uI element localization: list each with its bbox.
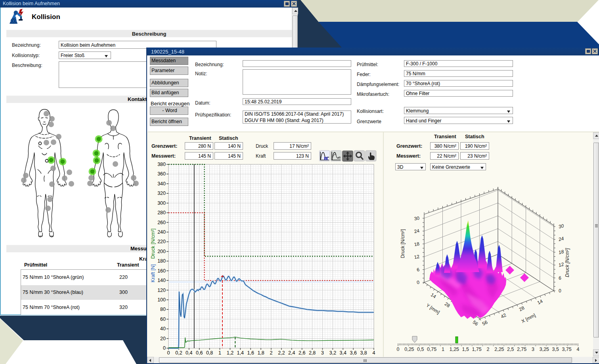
svg-text:24: 24 [557, 236, 565, 242]
svg-text:3,5: 3,5 [552, 347, 559, 352]
svg-text:0: 0 [167, 350, 170, 356]
svg-text:3,6: 3,6 [350, 350, 357, 356]
svg-text:18: 18 [558, 249, 565, 255]
svg-text:0: 0 [416, 279, 420, 285]
svg-text:0,4: 0,4 [186, 350, 192, 356]
svg-text:2,6: 2,6 [299, 350, 305, 356]
svg-text:260: 260 [157, 220, 166, 225]
svg-text:0: 0 [397, 347, 400, 352]
svg-text:30: 30 [414, 215, 420, 221]
svg-text:4: 4 [577, 347, 580, 352]
svg-text:380: 380 [157, 162, 166, 167]
svg-text:28: 28 [444, 301, 451, 309]
svg-text:1: 1 [442, 347, 444, 352]
svg-text:12: 12 [414, 253, 420, 260]
svg-text:0,5: 0,5 [417, 347, 424, 352]
svg-text:Druck [N/cm²]: Druck [N/cm²] [150, 229, 156, 259]
svg-text:3,8: 3,8 [360, 350, 367, 356]
svg-text:14: 14 [536, 298, 544, 306]
svg-text:56: 56 [472, 319, 479, 327]
svg-text:2: 2 [487, 347, 490, 352]
svg-text:0,6: 0,6 [196, 350, 203, 356]
svg-text:180: 180 [157, 258, 166, 264]
svg-text:3: 3 [321, 350, 324, 356]
svg-text:X [mm]: X [mm] [521, 313, 536, 324]
svg-text:280: 280 [157, 210, 166, 215]
svg-text:0,25: 0,25 [404, 347, 414, 352]
svg-text:Kraft [N]: Kraft [N] [150, 264, 156, 282]
svg-text:30: 30 [558, 223, 565, 230]
svg-text:320: 320 [157, 191, 166, 196]
svg-text:3,75: 3,75 [562, 347, 571, 352]
svg-text:1,75: 1,75 [472, 347, 481, 352]
svg-text:1,25: 1,25 [450, 347, 459, 352]
svg-text:40: 40 [160, 326, 166, 332]
svg-text:360: 360 [157, 171, 166, 177]
svg-text:Y [mm]: Y [mm] [425, 302, 441, 315]
svg-text:200: 200 [157, 249, 166, 254]
svg-text:2,5: 2,5 [507, 347, 514, 352]
svg-text:2,2: 2,2 [278, 350, 285, 356]
svg-text:1,2: 1,2 [227, 350, 233, 356]
svg-text:56: 56 [481, 319, 489, 327]
svg-text:6: 6 [558, 275, 562, 281]
svg-text:24: 24 [414, 228, 420, 234]
svg-text:1,4: 1,4 [237, 350, 244, 356]
svg-text:18: 18 [414, 241, 420, 247]
svg-text:6: 6 [416, 267, 420, 273]
svg-text:12: 12 [558, 261, 565, 268]
svg-text:0: 0 [163, 345, 166, 351]
svg-text:0,8: 0,8 [206, 350, 213, 356]
svg-text:2: 2 [270, 350, 273, 356]
svg-text:Druck [N/cm²]: Druck [N/cm²] [400, 229, 406, 258]
svg-text:3,2: 3,2 [329, 350, 336, 356]
svg-text:140: 140 [157, 278, 166, 283]
svg-text:80: 80 [160, 307, 166, 312]
svg-text:2,8: 2,8 [309, 350, 316, 356]
svg-text:42: 42 [500, 312, 507, 320]
svg-text:1,8: 1,8 [257, 350, 264, 356]
svg-text:300: 300 [157, 200, 166, 206]
svg-text:220: 220 [157, 239, 166, 244]
svg-text:240: 240 [157, 229, 166, 235]
svg-text:0,75: 0,75 [427, 347, 436, 352]
svg-text:3,25: 3,25 [540, 347, 549, 352]
svg-text:4: 4 [373, 350, 375, 356]
svg-text:14: 14 [430, 292, 437, 299]
svg-text:0,2: 0,2 [175, 350, 182, 356]
svg-text:3: 3 [532, 347, 534, 352]
svg-text:160: 160 [157, 268, 166, 274]
svg-text:60: 60 [160, 316, 166, 322]
svg-text:100: 100 [157, 297, 166, 303]
svg-text:2,4: 2,4 [288, 350, 295, 356]
svg-text:1,6: 1,6 [247, 350, 254, 356]
svg-text:2,75: 2,75 [517, 347, 526, 352]
svg-text:2,25: 2,25 [494, 347, 504, 352]
svg-text:3,4: 3,4 [340, 350, 346, 356]
svg-text:1: 1 [218, 350, 221, 356]
svg-text:120: 120 [157, 288, 166, 293]
svg-text:28: 28 [518, 305, 526, 313]
svg-text:Druck [N/cm²]: Druck [N/cm²] [565, 248, 570, 277]
svg-text:20: 20 [160, 336, 166, 341]
svg-text:1,5: 1,5 [462, 347, 469, 352]
svg-text:0: 0 [558, 288, 562, 293]
svg-text:340: 340 [157, 181, 166, 187]
